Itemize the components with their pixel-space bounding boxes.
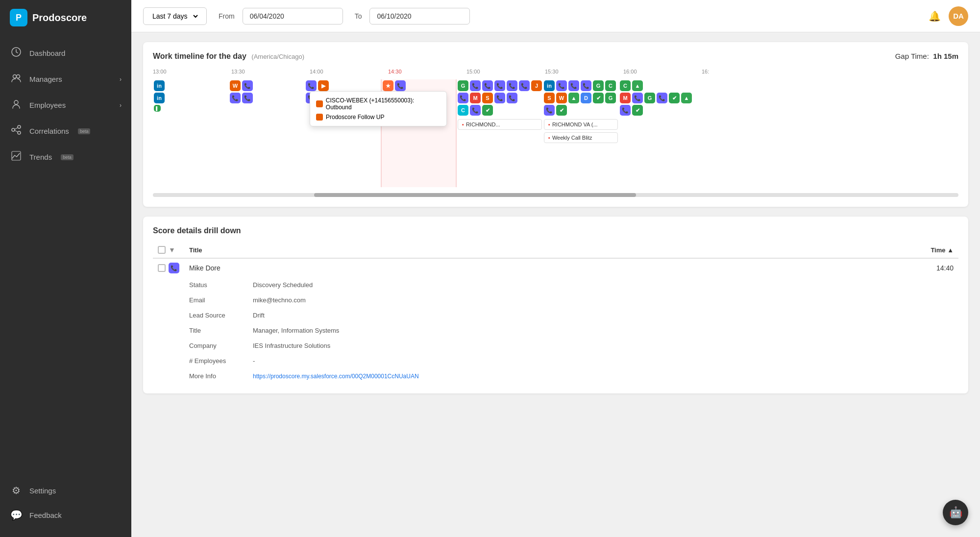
drilldown-table: ▼ Title Time ▲ — [153, 242, 958, 384]
detail-value-lead-source: Drift — [248, 308, 958, 323]
calendar-event-richmond2: ▪ RICHMOND VA (... — [544, 119, 618, 130]
from-date-input[interactable] — [243, 8, 343, 24]
sidebar-item-correlations[interactable]: Correlations beta — [0, 118, 131, 144]
gdrive-icon: ▶ — [318, 80, 329, 91]
trends-beta-badge: beta — [61, 154, 74, 160]
svg-point-5 — [18, 125, 21, 128]
date-range-select[interactable]: Last 7 days Last 30 days Custom — [150, 12, 199, 21]
icon-1500-3: 📞 — [482, 80, 493, 91]
logo-icon: P — [10, 9, 27, 26]
main-content: Work timeline for the day (America/Chica… — [131, 32, 980, 537]
phone-icon-1530-2: 📞 — [568, 80, 579, 91]
icon-group-1500b: 📞 M S 📞 📞 — [458, 93, 542, 103]
detail-label-more-info: More Info — [184, 368, 248, 384]
dashboard-icon — [10, 47, 23, 60]
detail-value-status: Discovery Scheduled — [248, 277, 958, 293]
time-label-1300: 13:00 — [153, 69, 231, 74]
user-avatar[interactable]: DA — [949, 6, 968, 26]
col-checkbox: ▼ — [153, 242, 184, 258]
icon-group-1500: G 📞 📞 📞 📞 📞 J — [458, 80, 542, 91]
icon-1500b-1: 📞 — [458, 93, 468, 103]
calendar-event-weekly: ▪ Weekly Call Blitz — [544, 132, 618, 143]
detail-label-company: Company — [184, 338, 248, 353]
detail-value-title: Manager, Information Systems — [248, 323, 958, 338]
main-area: Last 7 days Last 30 days Custom From To … — [131, 0, 980, 537]
timeline-scrollbar-thumb[interactable] — [314, 193, 637, 197]
gap-time-value: 1h 15m — [933, 52, 958, 60]
drilldown-title: Score details drill down — [153, 226, 958, 235]
sidebar-item-managers[interactable]: Managers › — [0, 66, 131, 92]
gap-time-label: Gap Time: — [895, 52, 929, 60]
detail-row-company: Company IES Infrastructure Solutions — [153, 338, 958, 353]
avatar-initials: DA — [953, 12, 964, 20]
svg-line-7 — [15, 128, 18, 130]
icon-1500b-4: 📞 — [494, 93, 505, 103]
timeline-scrollbar-track — [153, 193, 958, 197]
detail-row-email: Email mike@techno.com — [153, 293, 958, 308]
icon-group-1400: 📞 ▶ — [306, 80, 380, 91]
sidebar-item-employees[interactable]: Employees › — [0, 92, 131, 118]
timeline-title: Work timeline for the day — [153, 52, 246, 60]
icon-1530c-2: ✔ — [556, 105, 567, 116]
row-checkbox[interactable] — [158, 264, 166, 272]
svg-point-1 — [13, 75, 17, 78]
icon-group-1500c: C 📞 ✔ — [458, 105, 542, 116]
sidebar-item-managers-label: Managers — [29, 75, 62, 83]
svg-point-3 — [14, 100, 18, 104]
icon-1600b-4: 📞 — [657, 93, 667, 103]
notification-bell-icon[interactable]: 🔔 — [929, 10, 941, 22]
sidebar-bottom: ⚙ Settings 💬 Feedback — [0, 473, 131, 537]
time-col-label: Time — [931, 246, 945, 254]
icon-1530b-2: W — [556, 93, 567, 103]
sidebar-item-feedback-label: Feedback — [29, 511, 62, 519]
svg-point-2 — [17, 75, 20, 78]
logo-initial-text: P — [16, 13, 22, 23]
icon-1530b-3: ▲ — [568, 93, 579, 103]
phone-icon-1530-1: 📞 — [556, 80, 567, 91]
time-sort-icon[interactable]: ▲ — [947, 246, 954, 254]
table-header-row: ▼ Title Time ▲ — [153, 242, 958, 258]
sidebar-item-dashboard-label: Dashboard — [29, 49, 65, 57]
sidebar-item-employees-label: Employees — [29, 101, 66, 109]
detail-label-email: Email — [184, 293, 248, 308]
feedback-icon: 💬 — [10, 509, 23, 521]
to-label: To — [355, 12, 362, 20]
sidebar-item-feedback[interactable]: 💬 Feedback — [0, 503, 131, 527]
tooltip-line1: CISCO-WEBEX (+14156550003): Outbound — [326, 97, 441, 111]
row-time-cell: 14:40 — [248, 258, 958, 277]
icon-1530b-5: ✔ — [593, 93, 604, 103]
chatbot-button[interactable]: 🤖 — [943, 500, 968, 525]
trends-icon — [10, 150, 23, 164]
icon-1500-2: 📞 — [470, 80, 481, 91]
managers-icon — [10, 73, 23, 86]
date-range-selector[interactable]: Last 7 days Last 30 days Custom — [143, 7, 207, 25]
icon-1530b-4: D — [581, 93, 591, 103]
time-label-1530: 15:30 — [545, 69, 623, 74]
timeline-header: Work timeline for the day (America/Chica… — [153, 52, 958, 61]
tooltip-row-2: Prodoscore Follow UP — [316, 112, 441, 122]
icon-1500-1: G — [458, 80, 468, 91]
detail-value-employees: - — [248, 353, 958, 368]
icon-1500c-1: C — [458, 105, 468, 116]
time-label-1500: 15:00 — [466, 69, 545, 74]
sidebar-nav: Dashboard Managers › Employees › Correla… — [0, 35, 131, 473]
linkedin-icon: in — [154, 80, 165, 91]
timeline-section-1500: G 📞 📞 📞 📞 📞 J 📞 M S 📞 — [457, 79, 543, 131]
row-phone-badge: 📞 — [169, 263, 179, 273]
calendar-event-label-1: RICHMOND... — [466, 122, 500, 127]
header-checkbox[interactable] — [158, 246, 166, 254]
icon-1500b-5: 📞 — [507, 93, 517, 103]
icon-group-1330b: 📞 📞 — [230, 93, 304, 103]
to-date-input[interactable] — [369, 8, 470, 24]
sidebar-item-settings[interactable]: ⚙ Settings — [0, 478, 131, 503]
detail-label-title: Title — [184, 323, 248, 338]
sidebar-item-dashboard[interactable]: Dashboard — [0, 40, 131, 66]
detail-row-employees: # Employees - — [153, 353, 958, 368]
svg-point-4 — [12, 128, 15, 131]
sidebar-item-trends[interactable]: Trends beta — [0, 144, 131, 170]
timeline-section-1300: in in ▌ — [153, 79, 229, 113]
calendar-icon-3: ▪ — [548, 135, 550, 141]
settings-icon: ⚙ — [10, 485, 23, 496]
dropdown-arrow-icon[interactable]: ▼ — [169, 246, 175, 254]
icon-1600c-1: 📞 — [620, 105, 631, 116]
